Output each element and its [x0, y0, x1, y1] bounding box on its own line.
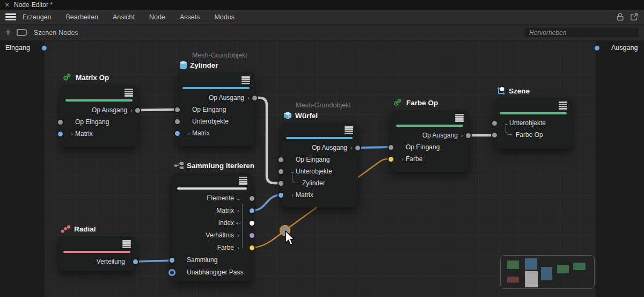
chevron-right-icon[interactable]: › [186, 127, 192, 139]
wire-drag-handle[interactable] [280, 226, 290, 235]
node-title-row[interactable]: ⚙⚙ Farbe Op [393, 99, 438, 107]
input-port[interactable] [277, 156, 284, 163]
graph-input-port[interactable] [41, 45, 48, 52]
port-row: › Matrix [177, 127, 255, 139]
input-port[interactable] [174, 106, 181, 113]
chevron-right-icon[interactable]: › [69, 128, 75, 140]
menu-modus[interactable]: Modus [214, 13, 235, 21]
input-port[interactable] [57, 119, 64, 126]
port-label: Op Eingang [75, 116, 109, 128]
graph-output-port[interactable] [594, 45, 601, 52]
menu-assets[interactable]: Assets [180, 13, 200, 21]
menu-erzeugen[interactable]: Erzeugen [23, 13, 52, 21]
output-port[interactable] [354, 144, 361, 151]
input-port[interactable] [491, 132, 498, 139]
input-port[interactable] [169, 269, 175, 276]
title-bar: ✕ Node-Editor * [0, 0, 644, 10]
output-port[interactable] [248, 220, 255, 227]
node-matrix-op[interactable]: ⚙⚙ Matrix Op Op Ausgang › Op Eingang › M… [60, 85, 138, 147]
node-zylinder[interactable]: Mesh-Grundobjekt Zylinder Op Ausgang › O… [177, 73, 255, 146]
input-port[interactable] [387, 156, 394, 163]
node-title: Szene [509, 87, 530, 95]
highlight-search-input[interactable] [525, 28, 639, 37]
node-farbe-op[interactable]: ⚙⚙ Farbe Op Op Ausgang › Op Eingang › Fa… [391, 110, 469, 172]
node-sammlung-iterieren[interactable]: Sammlung iterieren Elemente ⌄ Matrix › I… [172, 173, 252, 281]
node-graph-canvas[interactable]: Eingang Ausgang ⚙⚙ Matrix Op Op Ausgang [0, 41, 644, 297]
port-label: Op Ausgang [312, 142, 347, 154]
minimap[interactable] [500, 255, 595, 289]
wire-radial-sammlung[interactable] [136, 260, 172, 262]
port-row: Op Eingang [391, 141, 469, 153]
node-shape-icon[interactable] [17, 29, 27, 36]
node-menu-icon[interactable] [559, 102, 567, 110]
minimap-node-block [541, 267, 552, 280]
output-port[interactable] [132, 258, 139, 265]
output-port[interactable] [465, 132, 472, 139]
output-port[interactable] [248, 244, 255, 251]
node-menu-icon[interactable] [455, 114, 464, 122]
input-port[interactable] [387, 144, 394, 151]
chevron-down-icon[interactable]: ⌄ [235, 192, 241, 205]
input-port[interactable] [277, 180, 284, 187]
output-port[interactable] [248, 232, 255, 239]
wire-matrixop-zylinder[interactable] [138, 110, 177, 110]
port-label: Index [218, 217, 234, 229]
input-port[interactable] [169, 257, 175, 264]
port-label: Zylinder [302, 177, 325, 189]
node-radial[interactable]: Radial Verteilung [58, 236, 136, 271]
node-title-row[interactable]: ⚙⚙ Matrix Op [63, 74, 109, 82]
input-port[interactable] [277, 192, 284, 199]
node-menu-icon[interactable] [239, 177, 247, 185]
wire-sammlung-matrix[interactable] [252, 195, 281, 211]
chevron-right-icon[interactable]: › [235, 229, 241, 242]
wire-zylinder-wuerfel[interactable] [255, 98, 281, 183]
port-row: › Matrix [60, 128, 138, 140]
input-port[interactable] [491, 120, 498, 127]
output-port[interactable] [251, 95, 258, 102]
node-wuerfel[interactable]: Mesh-Grundobjekt Würfel Op Ausgang › Op [281, 122, 358, 207]
port-label: Op Ausgang [422, 129, 458, 141]
minimap-node-block [525, 271, 538, 287]
node-title-row[interactable]: Würfel [283, 111, 318, 120]
graph-right-boundary [596, 41, 644, 297]
input-port[interactable] [57, 131, 64, 137]
chevron-right-icon[interactable]: › [235, 205, 241, 217]
node-menu-icon[interactable] [125, 89, 133, 97]
node-szene[interactable]: Szene ⌄ Unterobjekte Farbe Op [494, 98, 572, 149]
close-icon[interactable]: ✕ [0, 2, 14, 9]
gears-icon: ⚙⚙ [63, 74, 72, 82]
unlock-icon[interactable] [616, 12, 625, 21]
chevron-right-icon[interactable]: › [235, 242, 241, 254]
output-port[interactable] [134, 107, 141, 114]
output-port[interactable] [248, 195, 255, 202]
port-row: Op Eingang [177, 104, 255, 115]
hamburger-menu-icon[interactable] [5, 13, 16, 20]
output-port[interactable] [248, 207, 255, 214]
add-node-icon[interactable]: + [5, 27, 11, 38]
input-port[interactable] [174, 118, 181, 125]
node-title-row[interactable]: Sammlung iterieren [174, 162, 254, 170]
wire-wuerfel-farbeop[interactable] [358, 147, 391, 148]
node-title-row[interactable]: Zylinder [180, 61, 218, 69]
external-link-icon[interactable] [630, 12, 639, 21]
menu-bearbeiten[interactable]: Bearbeiten [66, 13, 98, 21]
port-row: Verteilung [58, 256, 136, 267]
chevron-right-icon[interactable]: › [399, 153, 406, 165]
chevron-right-icon[interactable]: › [289, 189, 296, 201]
return-arrow-icon[interactable]: ↩ [235, 217, 241, 229]
node-menu-icon[interactable] [122, 240, 131, 248]
menu-node[interactable]: Node [149, 13, 165, 21]
menu-ansicht[interactable]: Ansicht [113, 13, 135, 21]
tree-bracket-line [242, 204, 243, 249]
node-menu-icon[interactable] [345, 126, 353, 134]
node-title-row[interactable]: Radial [61, 225, 96, 233]
input-port[interactable] [174, 130, 181, 137]
node-title: Radial [74, 225, 96, 233]
node-title-row[interactable]: Szene [497, 86, 530, 95]
scene-nodes-breadcrumb[interactable]: Szenen-Nodes [34, 29, 78, 37]
node-context-label: Mesh-Grundobjekt [296, 102, 351, 109]
input-port[interactable] [277, 168, 284, 175]
tree-branch-line [506, 126, 512, 135]
port-label: Farbe Op [516, 129, 543, 141]
node-menu-icon[interactable] [241, 76, 250, 84]
